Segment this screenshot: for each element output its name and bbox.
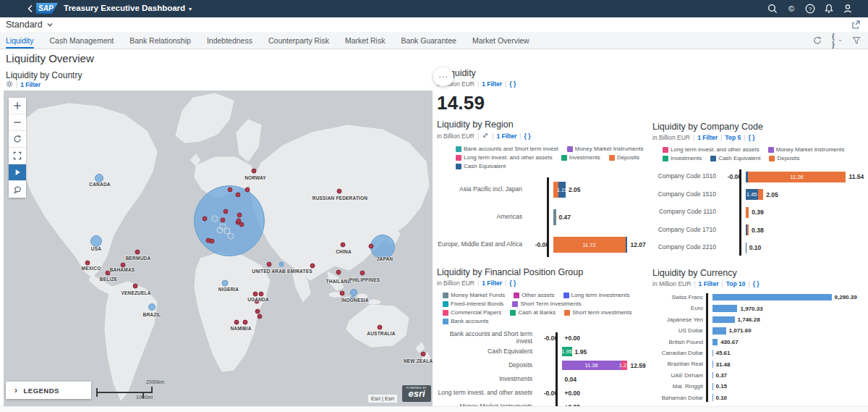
map-dot-marker[interactable]	[310, 264, 315, 269]
bar-segment[interactable]: 1.15	[558, 182, 566, 198]
legend-item[interactable]: Cash Equivalent	[456, 163, 506, 169]
bar-segment[interactable]: 11.26	[748, 172, 846, 182]
esri-logo[interactable]: POWERED BY esri	[402, 385, 431, 402]
tab-counterparty-risk[interactable]: Counterparty Risk	[268, 32, 329, 49]
bar-segment[interactable]	[712, 327, 726, 335]
fpg-link-[interactable]: { }	[509, 279, 516, 287]
fullscreen-icon[interactable]	[9, 148, 26, 164]
map-dot-marker[interactable]	[421, 352, 426, 357]
legend-item[interactable]: Short term investments	[564, 309, 631, 316]
tab-market-risk[interactable]: Market Risk	[345, 32, 385, 49]
map-dot-marker[interactable]	[133, 284, 138, 289]
company-link-Top5[interactable]: Top 5	[725, 134, 741, 141]
legend-item[interactable]: Investments	[663, 155, 702, 161]
map-filter-link[interactable]: 1 Filter	[20, 81, 41, 88]
map-bubble-uae-small[interactable]	[279, 262, 284, 267]
tab-bank-relationship[interactable]: Bank Relationship	[129, 32, 191, 49]
map-dot-marker[interactable]	[258, 314, 263, 319]
play-icon[interactable]	[9, 164, 26, 181]
map-dot-marker[interactable]	[224, 209, 229, 214]
legend-item[interactable]: Fixed-interest Bonds	[443, 300, 503, 307]
notifications-icon[interactable]	[823, 3, 835, 14]
bar-segment[interactable]	[746, 243, 746, 253]
map-bubble-brazil[interactable]	[148, 303, 156, 311]
bar-segment[interactable]: 1.23	[621, 361, 628, 370]
currency-link-[interactable]: { }	[753, 280, 760, 287]
bar-segment[interactable]	[746, 207, 749, 218]
company-link-1Filter[interactable]: 1 Filter	[697, 134, 718, 141]
bar-segment[interactable]: 1.45	[746, 189, 758, 200]
fpg-link-1Filter[interactable]: 1 Filter	[482, 279, 502, 287]
map-dot-marker[interactable]	[228, 188, 233, 193]
bar-segment[interactable]	[712, 394, 713, 401]
map-dot-marker[interactable]	[340, 291, 345, 296]
region-link-[interactable]: { }	[524, 133, 531, 140]
legend-item[interactable]: Cash at Banks	[510, 309, 556, 316]
legend-item[interactable]: Investments	[561, 154, 600, 161]
legend-item[interactable]: Money Market Instruments	[567, 146, 644, 152]
map-bubble-nigeria[interactable]	[222, 280, 229, 287]
legend-item[interactable]: Money Market Funds	[443, 292, 505, 298]
map-dot-marker[interactable]	[234, 320, 239, 325]
company-link-[interactable]: { }	[749, 134, 755, 141]
tab-liquidity[interactable]: Liquidity	[6, 32, 34, 49]
share-icon[interactable]	[851, 20, 861, 30]
map-dot-marker[interactable]	[259, 292, 264, 297]
copilot-icon[interactable]: ©	[786, 3, 797, 14]
kpi-link-1Filter[interactable]: 1 Filter	[482, 80, 502, 88]
map-dot-marker[interactable]	[237, 213, 242, 218]
legends-button[interactable]: › LEGENDS	[6, 382, 91, 399]
legend-item[interactable]: Deposits	[769, 155, 799, 161]
filter-funnel-icon[interactable]	[851, 35, 862, 46]
legend-item[interactable]: Bank accounts	[443, 318, 488, 324]
tab-indebtedness[interactable]: Indebtedness	[207, 32, 252, 49]
map-dot-marker[interactable]	[210, 239, 215, 244]
profile-icon[interactable]	[842, 3, 854, 14]
map-dot-marker[interactable]	[243, 320, 248, 325]
map-dot-marker[interactable]	[135, 250, 140, 255]
zoom-in-icon[interactable]	[9, 98, 26, 114]
region-link-1Filter[interactable]: 1 Filter	[496, 133, 516, 140]
bar-segment[interactable]	[712, 294, 832, 301]
legend-item[interactable]: Deposits	[609, 154, 639, 161]
map-dot-marker[interactable]	[203, 216, 208, 222]
legend-item[interactable]: Other assets	[514, 292, 554, 298]
bar-segment[interactable]	[758, 189, 763, 200]
legend-item[interactable]: Commercial Papers	[443, 309, 501, 316]
tab-bank-guarantee[interactable]: Bank Guarantee	[401, 32, 456, 49]
bar-segment[interactable]	[712, 350, 713, 357]
bar-segment[interactable]: 11.36	[562, 361, 621, 370]
map-dot-marker[interactable]	[85, 261, 90, 266]
legend-item[interactable]: Money Market Instruments	[768, 146, 845, 153]
bar-segment[interactable]	[747, 224, 749, 235]
bar-segment[interactable]	[553, 209, 556, 225]
map-dot-marker[interactable]	[336, 270, 341, 275]
bar-segment[interactable]	[712, 316, 735, 324]
bar-segment[interactable]	[712, 361, 713, 368]
bar-segment[interactable]	[712, 372, 713, 379]
braces-icon[interactable]: { }	[832, 35, 843, 46]
tab-market-overview[interactable]: Market Overview	[472, 32, 529, 49]
search-icon[interactable]	[767, 3, 778, 14]
reset-compass-icon[interactable]	[9, 131, 26, 148]
map-dot-marker[interactable]	[378, 325, 383, 330]
map-dot-marker[interactable]	[253, 292, 258, 297]
map-dot-marker[interactable]	[252, 169, 257, 174]
bar-segment[interactable]	[626, 237, 628, 253]
zoom-out-icon[interactable]	[9, 114, 26, 131]
map-dot-marker[interactable]	[221, 218, 226, 223]
legend-item[interactable]: Long term invest. and other assets	[456, 154, 553, 161]
map-dot-marker[interactable]	[267, 262, 272, 267]
map-bubble-indonesia-1[interactable]	[350, 289, 357, 296]
help-icon[interactable]: ?	[804, 3, 816, 14]
bar-segment[interactable]	[712, 339, 718, 346]
reset-history-icon[interactable]	[812, 35, 823, 46]
lasso-icon[interactable]	[9, 181, 26, 198]
drill-icon[interactable]	[482, 132, 489, 140]
map-dot-marker[interactable]	[360, 271, 365, 276]
kpi-link-[interactable]: { }	[509, 80, 516, 88]
legend-item[interactable]: Long term invest. and other assets	[663, 146, 760, 153]
currency-link-1Filter[interactable]: 1 Filter	[699, 280, 719, 287]
map-dot-marker[interactable]	[236, 193, 241, 198]
currency-link-Top10[interactable]: Top 10	[726, 280, 746, 287]
